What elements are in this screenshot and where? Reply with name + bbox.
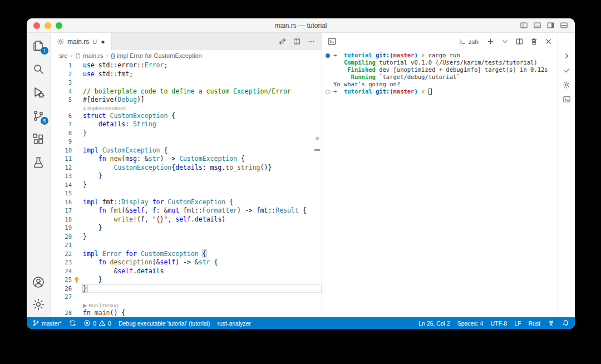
breadcrumb: src›main.rs›{}impl Error for CustomExcep… [51, 50, 322, 61]
code-line-19[interactable]: 19 } [51, 224, 322, 233]
chevron-right-icon[interactable] [563, 52, 571, 60]
terminal-output[interactable]: ➜ tutorial git:(master) ✗ cargo run Comp… [322, 50, 558, 317]
code-line-20[interactable]: 20} [51, 233, 322, 242]
open-changes-icon[interactable] [278, 37, 287, 46]
activity-accounts[interactable] [31, 275, 46, 289]
layout-sidebar-left-icon[interactable] [520, 21, 528, 29]
code-line-2[interactable]: 2use std::fmt; [51, 70, 322, 79]
code-line-9[interactable]: 9 [51, 137, 322, 146]
beaker-icon [32, 156, 45, 169]
dirty-indicator[interactable]: ● [101, 38, 105, 46]
split-editor-icon[interactable] [293, 37, 301, 46]
code-line-6[interactable]: 6struct CustomException { [51, 112, 322, 121]
status-language-mode[interactable]: Rust [528, 320, 540, 327]
code-line-15[interactable]: 15 [51, 189, 322, 198]
code-line-7[interactable]: 7 details: String [51, 120, 322, 129]
zoom-button[interactable] [56, 22, 62, 29]
activity-extensions[interactable] [31, 132, 46, 146]
split-terminal-icon[interactable] [515, 37, 524, 46]
code-line-21[interactable]: 21 [51, 241, 322, 250]
status-cursor-position[interactable]: Ln 26, Col 2 [418, 320, 450, 327]
more-actions-icon[interactable] [307, 37, 316, 46]
minimize-button[interactable] [45, 22, 51, 29]
close-panel-icon[interactable] [544, 37, 553, 46]
code-line-24[interactable]: 24 &self.details [51, 267, 322, 276]
code-line-27[interactable]: 27 [51, 293, 322, 302]
editor-actions [278, 33, 322, 50]
code-line-17[interactable]: 17 fn fmt(&self, f: &mut fmt::Formatter)… [51, 206, 322, 215]
terminal-tab-zsh[interactable]: zsh [458, 38, 479, 46]
tab-main-rs[interactable]: main.rs U ● [51, 33, 112, 50]
activity-settings[interactable] [31, 297, 46, 312]
code-line-3[interactable]: 3 [51, 78, 322, 87]
terminal-tab-label: zsh [469, 38, 479, 45]
status-encoding[interactable]: UTF-8 [490, 320, 507, 327]
status-bar-left: master*00Debug executable 'tutorial' (tu… [32, 317, 251, 329]
layout-panel-icon[interactable] [533, 21, 541, 29]
status-problems[interactable]: 00 [83, 319, 111, 327]
code-line-26[interactable]: 26} [51, 284, 322, 293]
close-button[interactable] [33, 22, 40, 29]
traffic-lights [27, 22, 62, 29]
activity-explorer[interactable]: 1 [31, 38, 46, 53]
terminal-box-icon[interactable] [563, 95, 571, 104]
line-number: 24 [51, 267, 72, 276]
code-line-10[interactable]: 10impl CustomException { [51, 146, 322, 155]
command-decoration[interactable] [326, 53, 330, 58]
code-lens[interactable]: 4 implementations [51, 105, 322, 112]
status-eol[interactable]: LF [514, 320, 521, 327]
line-number: 11 [51, 155, 72, 164]
gear-icon[interactable] [563, 81, 571, 89]
code-line-16[interactable]: 16impl fmt::Display for CustomException … [51, 198, 322, 207]
new-terminal-icon[interactable] [486, 37, 495, 46]
sync-icon [69, 319, 76, 327]
status-sync[interactable] [69, 319, 76, 327]
activity-run-and-debug[interactable] [31, 85, 46, 100]
layout-sidebar-right-icon[interactable] [546, 21, 555, 29]
line-number: 1 [51, 61, 72, 70]
code-line-28[interactable]: 28fn main() { [51, 309, 322, 318]
run-debug-icon [32, 86, 45, 99]
bell-icon [562, 319, 569, 327]
code-line-13[interactable]: 13 } [51, 172, 322, 181]
status-remote-indicator[interactable] [548, 319, 555, 327]
code-line-25[interactable]: 25 } [51, 276, 322, 284]
line-number: 2 [51, 70, 72, 79]
check-icon[interactable] [563, 66, 571, 75]
code-line-12[interactable]: 12 CustomException{details: msg.to_strin… [51, 164, 322, 173]
status-indentation[interactable]: Spaces: 4 [457, 320, 484, 327]
layout-controls [520, 21, 575, 29]
terminal-panel-icon[interactable] [327, 37, 337, 46]
code-line-23[interactable]: 23 fn description(&self) -> &str { [51, 258, 322, 267]
code-line-5[interactable]: 5#[derive(Debug)] [51, 96, 322, 105]
status-git-branch[interactable]: master* [32, 319, 62, 327]
chevron-down-icon[interactable] [501, 37, 509, 46]
command-decoration[interactable] [326, 90, 330, 94]
status-notifications[interactable] [562, 319, 569, 327]
code-line-11[interactable]: 11 fn new(msg: &str) -> CustomException … [51, 155, 322, 164]
kill-terminal-icon[interactable] [530, 37, 538, 46]
layout-customize-icon[interactable] [560, 21, 568, 29]
code-lens[interactable]: ▶ Run | Debug [51, 302, 322, 309]
git-status-badge: U [92, 38, 97, 45]
activity-testing[interactable] [31, 155, 46, 170]
code-line-1[interactable]: 1use std::error::Error; [51, 61, 322, 70]
code-line-8[interactable]: 8} [51, 129, 322, 138]
code-line-22[interactable]: 22impl Error for CustomException { [51, 250, 322, 259]
terminal-cursor [428, 88, 432, 95]
titlebar[interactable]: main.rs — tutorial [27, 18, 575, 33]
breadcrumb-item[interactable]: src [59, 52, 67, 59]
code-area[interactable]: 1use std::error::Error;2use std::fmt;34/… [51, 61, 322, 317]
breadcrumb-item[interactable]: main.rs [75, 52, 103, 59]
terminal-header: zsh [322, 33, 558, 50]
code-line-4[interactable]: 4// boilerplate code to define a custom … [51, 87, 322, 96]
code-line-18[interactable]: 18 write!(f, "{}", self.details) [51, 215, 322, 224]
status-debug-target[interactable]: Debug executable 'tutorial' (tutorial) [119, 320, 210, 327]
activity-search[interactable] [31, 62, 46, 76]
breadcrumb-item[interactable]: {}impl Error for CustomException [111, 52, 202, 59]
terminal-actions [486, 37, 553, 46]
code-line-14[interactable]: 14} [51, 181, 322, 190]
status-rust-analyzer[interactable]: rust-analyzer [217, 320, 251, 327]
activity-source-control[interactable]: 5 [31, 109, 46, 123]
lightbulb-icon[interactable] [73, 277, 80, 283]
